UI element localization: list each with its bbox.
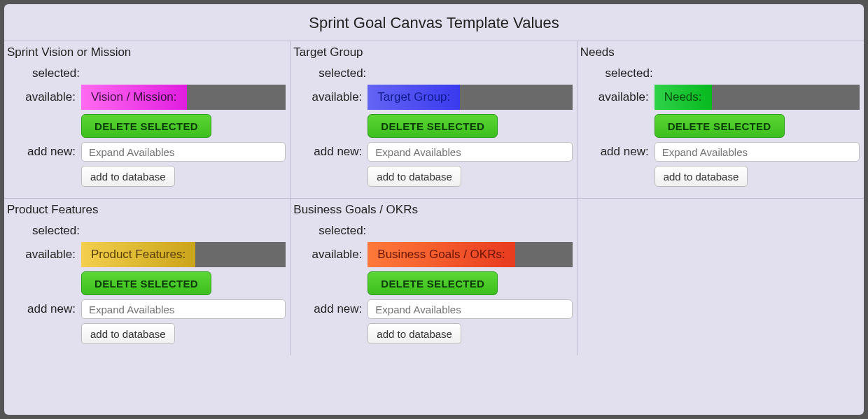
available-label: available: — [6, 90, 81, 104]
add-to-database-button[interactable]: add to database — [81, 323, 175, 344]
selected-label: selected: — [10, 224, 85, 238]
add-to-database-button[interactable]: add to database — [81, 166, 175, 187]
available-label: available: — [579, 90, 654, 104]
addnew-input[interactable] — [81, 299, 286, 319]
section-title: Sprint Vision or Mission — [7, 45, 286, 59]
section-business-goals: Business Goals / OKRs selected: availabl… — [290, 198, 577, 355]
add-to-database-button[interactable]: add to database — [368, 166, 461, 187]
section-needs: Needs selected: available: Needs: DELETE… — [578, 41, 864, 198]
selected-label: selected: — [296, 66, 372, 80]
addnew-label: add new: — [6, 145, 81, 159]
addnew-label: add new: — [292, 302, 368, 316]
selected-label: selected: — [583, 66, 659, 80]
section-product-features: Product Features selected: available: Pr… — [4, 198, 290, 355]
delete-selected-button[interactable]: DELETE SELECTED — [368, 271, 498, 295]
chip-vision[interactable]: Vision / Mission: — [81, 85, 187, 110]
section-title: Product Features — [7, 203, 286, 217]
add-to-database-button[interactable]: add to database — [654, 166, 748, 187]
available-bar[interactable]: Product Features: — [81, 242, 286, 267]
section-title: Target Group — [293, 45, 572, 59]
section-title: Needs — [580, 45, 860, 59]
delete-selected-button[interactable]: DELETE SELECTED — [81, 271, 211, 295]
section-target-group: Target Group selected: available: Target… — [290, 41, 577, 198]
available-label: available: — [6, 248, 81, 262]
addnew-label: add new: — [579, 145, 654, 159]
available-bar[interactable]: Needs: — [654, 85, 860, 110]
selected-label: selected: — [10, 66, 85, 80]
add-to-database-button[interactable]: add to database — [368, 323, 461, 344]
delete-selected-button[interactable]: DELETE SELECTED — [81, 114, 211, 138]
section-vision: Sprint Vision or Mission selected: avail… — [4, 41, 290, 198]
available-label: available: — [292, 248, 368, 262]
available-label: available: — [292, 90, 368, 104]
chip-business-goals[interactable]: Business Goals / OKRs: — [368, 242, 514, 267]
available-bar[interactable]: Vision / Mission: — [81, 85, 286, 110]
chip-product-features[interactable]: Product Features: — [81, 242, 195, 267]
available-bar[interactable]: Target Group: — [368, 85, 572, 110]
page-title: Sprint Goal Canvas Template Values — [4, 4, 864, 41]
addnew-input[interactable] — [81, 142, 286, 162]
section-title: Business Goals / OKRs — [293, 203, 572, 217]
addnew-input[interactable] — [368, 299, 572, 319]
chip-target-group[interactable]: Target Group: — [368, 85, 460, 110]
available-bar[interactable]: Business Goals / OKRs: — [368, 242, 572, 267]
delete-selected-button[interactable]: DELETE SELECTED — [368, 114, 498, 138]
delete-selected-button[interactable]: DELETE SELECTED — [654, 114, 785, 138]
page: Sprint Goal Canvas Template Values Sprin… — [4, 4, 864, 415]
addnew-label: add new: — [6, 302, 81, 316]
section-empty — [578, 198, 864, 355]
chip-needs[interactable]: Needs: — [654, 85, 712, 110]
selected-label: selected: — [296, 224, 372, 238]
addnew-label: add new: — [292, 145, 368, 159]
addnew-input[interactable] — [654, 142, 860, 162]
sections-grid: Sprint Vision or Mission selected: avail… — [4, 41, 864, 355]
addnew-input[interactable] — [368, 142, 572, 162]
